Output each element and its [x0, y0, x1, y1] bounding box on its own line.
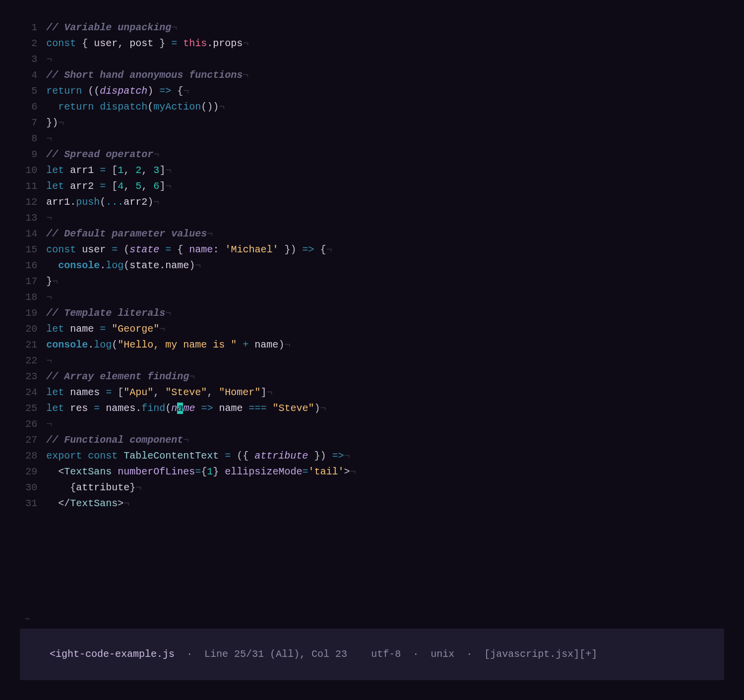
code-line[interactable]: 12arr1.push(...arr2)¬ — [25, 194, 719, 210]
code-line[interactable]: 31 </TextSans>¬ — [25, 496, 719, 512]
code-line[interactable]: 7})¬ — [25, 115, 719, 131]
line-number: 20 — [25, 321, 46, 337]
line-number: 2 — [25, 36, 46, 52]
eol-marker: ¬ — [344, 450, 350, 462]
code-content[interactable]: const { user, post } = this.props¬ — [46, 36, 719, 52]
code-line[interactable]: 20let name = "George"¬ — [25, 321, 719, 337]
code-content[interactable]: }¬ — [46, 274, 719, 290]
line-number: 19 — [25, 305, 46, 321]
line-number: 30 — [25, 480, 46, 496]
code-line[interactable]: 30 {attribute}¬ — [25, 480, 719, 496]
eol-marker: ¬ — [207, 228, 213, 239]
code-content[interactable]: ¬ — [46, 290, 719, 305]
eol-marker: ¬ — [52, 276, 58, 287]
code-line[interactable]: 24let names = ["Apu", "Steve", "Homer"]¬ — [25, 385, 719, 401]
status-encoding: utf-8 — [371, 648, 401, 660]
eol-marker: ¬ — [183, 85, 189, 97]
status-fileformat: unix — [431, 648, 454, 660]
code-content[interactable]: console.log("Hello, my name is " + name)… — [46, 337, 719, 353]
code-content[interactable]: // Short hand anonymous functions¬ — [46, 67, 719, 83]
code-content[interactable]: let name = "George"¬ — [46, 321, 719, 337]
code-line[interactable]: 28export const TableContentText = ({ att… — [25, 448, 719, 464]
code-content[interactable]: // Functional component¬ — [46, 432, 719, 448]
eol-marker: ¬ — [58, 117, 64, 128]
code-line[interactable]: 23// Array element finding¬ — [25, 369, 719, 385]
code-line[interactable]: 27// Functional component¬ — [25, 432, 719, 448]
code-content[interactable]: let res = names.find(name => name === "S… — [46, 401, 719, 416]
line-number: 29 — [25, 464, 46, 480]
code-line[interactable]: 15const user = (state = { name: 'Michael… — [25, 242, 719, 258]
code-line[interactable]: 14// Default parameter values¬ — [25, 226, 719, 242]
code-content[interactable]: // Array element finding¬ — [46, 369, 719, 385]
line-number: 22 — [25, 353, 46, 369]
status-filename: <ight-code-example.js — [50, 648, 175, 660]
code-content[interactable]: ¬ — [46, 52, 719, 67]
eol-marker: ¬ — [195, 260, 201, 271]
code-line[interactable]: 2const { user, post } = this.props¬ — [25, 36, 719, 52]
code-line[interactable]: 26¬ — [25, 416, 719, 432]
eol-marker: ¬ — [153, 196, 159, 208]
code-content[interactable]: <TextSans numberOfLines={1} ellipsizeMod… — [46, 464, 719, 480]
line-number: 9 — [25, 147, 46, 163]
eol-marker: ¬ — [219, 101, 225, 113]
code-content[interactable]: return dispatch(myAction())¬ — [46, 99, 719, 115]
code-line[interactable]: 19// Template literals¬ — [25, 305, 719, 321]
line-number: 3 — [25, 52, 46, 67]
eol-marker: ¬ — [165, 165, 171, 176]
line-number: 16 — [25, 258, 46, 274]
code-content[interactable]: let arr2 = [4, 5, 6]¬ — [46, 178, 719, 194]
code-content[interactable]: let names = ["Apu", "Steve", "Homer"]¬ — [46, 385, 719, 401]
code-content[interactable]: ¬ — [46, 210, 719, 226]
status-sep-1: · — [175, 648, 204, 660]
code-content[interactable]: // Spread operator¬ — [46, 147, 719, 163]
code-content[interactable]: console.log(state.name)¬ — [46, 258, 719, 274]
code-line[interactable]: 10let arr1 = [1, 2, 3]¬ — [25, 163, 719, 178]
code-content[interactable]: // Template literals¬ — [46, 305, 719, 321]
code-line[interactable]: 17}¬ — [25, 274, 719, 290]
code-line[interactable]: 9// Spread operator¬ — [25, 147, 719, 163]
line-number: 15 — [25, 242, 46, 258]
eol-marker: ¬ — [46, 133, 52, 144]
code-line[interactable]: 5return ((dispatch) => {¬ — [25, 83, 719, 99]
line-number: 26 — [25, 416, 46, 432]
eol-marker: ¬ — [284, 339, 290, 350]
line-number: 17 — [25, 274, 46, 290]
code-content[interactable]: return ((dispatch) => {¬ — [46, 83, 719, 99]
code-area[interactable]: 1// Variable unpacking¬2const { user, po… — [20, 20, 724, 612]
line-number: 14 — [25, 226, 46, 242]
code-content[interactable]: let arr1 = [1, 2, 3]¬ — [46, 163, 719, 178]
code-line[interactable]: 13¬ — [25, 210, 719, 226]
code-line[interactable]: 4// Short hand anonymous functions¬ — [25, 67, 719, 83]
line-number: 11 — [25, 178, 46, 194]
code-content[interactable]: ¬ — [46, 416, 719, 432]
code-line[interactable]: 8¬ — [25, 131, 719, 147]
code-line[interactable]: 22¬ — [25, 353, 719, 369]
eol-marker: ¬ — [183, 434, 189, 446]
code-content[interactable]: arr1.push(...arr2)¬ — [46, 194, 719, 210]
code-line[interactable]: 25let res = names.find(name => name === … — [25, 401, 719, 416]
code-content[interactable]: {attribute}¬ — [46, 480, 719, 496]
code-line[interactable]: 1// Variable unpacking¬ — [25, 20, 719, 36]
code-content[interactable]: })¬ — [46, 115, 719, 131]
eol-marker: ¬ — [165, 307, 171, 319]
code-line[interactable]: 6 return dispatch(myAction())¬ — [25, 99, 719, 115]
code-line[interactable]: 11let arr2 = [4, 5, 6]¬ — [25, 178, 719, 194]
line-number: 21 — [25, 337, 46, 353]
code-line[interactable]: 29 <TextSans numberOfLines={1} ellipsize… — [25, 464, 719, 480]
eol-marker: ¬ — [171, 22, 177, 33]
code-content[interactable]: // Variable unpacking¬ — [46, 20, 719, 36]
code-line[interactable]: 21console.log("Hello, my name is " + nam… — [25, 337, 719, 353]
line-number: 18 — [25, 290, 46, 305]
eol-marker: ¬ — [46, 418, 52, 430]
code-line[interactable]: 3¬ — [25, 52, 719, 67]
eol-marker: ¬ — [189, 371, 195, 382]
code-content[interactable]: const user = (state = { name: 'Michael' … — [46, 242, 719, 258]
code-content[interactable]: export const TableContentText = ({ attri… — [46, 448, 719, 464]
line-number: 8 — [25, 131, 46, 147]
code-content[interactable]: </TextSans>¬ — [46, 496, 719, 512]
code-content[interactable]: ¬ — [46, 131, 719, 147]
code-content[interactable]: // Default parameter values¬ — [46, 226, 719, 242]
code-line[interactable]: 16 console.log(state.name)¬ — [25, 258, 719, 274]
code-line[interactable]: 18¬ — [25, 290, 719, 305]
code-content[interactable]: ¬ — [46, 353, 719, 369]
